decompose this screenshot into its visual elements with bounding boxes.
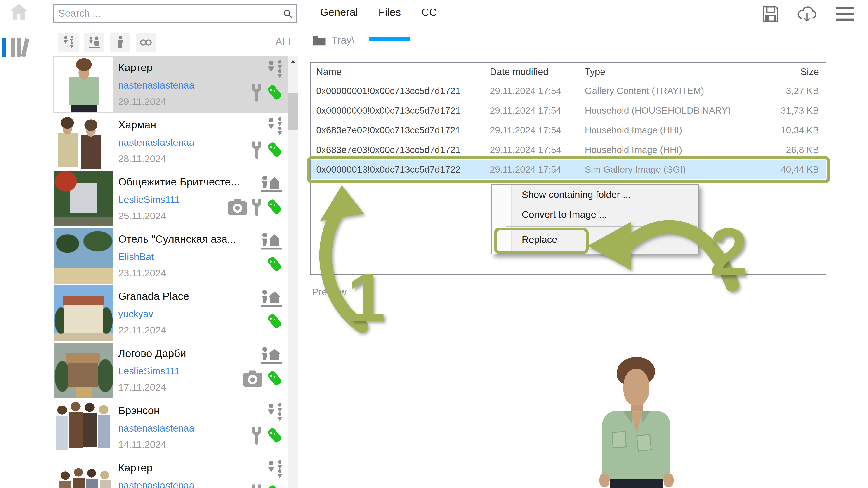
lots-filter-button[interactable] bbox=[84, 33, 104, 52]
item-thumbnail bbox=[55, 285, 113, 341]
menu-item-show-containing-folder[interactable]: Show containing folder ... bbox=[492, 185, 699, 204]
lot-type-icon bbox=[260, 346, 284, 366]
camera-icon bbox=[243, 369, 263, 388]
library-icon bbox=[1, 38, 30, 57]
item-author-link[interactable]: nastenaslastenaa bbox=[118, 80, 194, 91]
item-author-link[interactable]: nastenaslastenaa bbox=[118, 137, 194, 148]
item-author-link[interactable]: ElishBat bbox=[118, 251, 154, 262]
search-icon[interactable] bbox=[283, 8, 293, 19]
menu-button[interactable] bbox=[836, 6, 855, 21]
list-item[interactable]: Картерnastenaslastenaa bbox=[53, 456, 287, 488]
item-title: Логово Дарби bbox=[118, 347, 186, 359]
lot-type-icon bbox=[260, 174, 284, 195]
tag-icon bbox=[266, 198, 284, 217]
item-author-link[interactable]: nastenaslastenaa bbox=[118, 480, 194, 488]
file-date: 29.11.2024 17:54 bbox=[490, 81, 561, 101]
tab-files[interactable]: Files bbox=[368, 0, 411, 42]
hamburger-menu-icon bbox=[836, 6, 855, 21]
item-author-link[interactable]: nastenaslastenaa bbox=[118, 423, 194, 434]
column-header-date-modified[interactable]: Date modified bbox=[490, 63, 548, 81]
list-item[interactable]: Картерnastenaslastenaa29.11.2024 bbox=[53, 56, 287, 113]
table-row[interactable]: 0x683e7e02!0x00c713cc5d7d172129.11.2024 … bbox=[311, 121, 826, 140]
sidebar-scrollbar[interactable] bbox=[287, 56, 298, 488]
download-button[interactable] bbox=[796, 4, 818, 24]
search-input[interactable] bbox=[58, 6, 271, 21]
item-badges bbox=[251, 60, 284, 102]
item-title: Общежитие Бритчесте... bbox=[118, 175, 240, 188]
item-thumbnail bbox=[55, 114, 113, 169]
item-thumbnail bbox=[55, 400, 113, 455]
library-button[interactable] bbox=[1, 38, 30, 57]
list-item[interactable]: Granada Placeyuckyav22.11.2024 bbox=[53, 285, 287, 341]
filter-bar bbox=[58, 33, 156, 53]
column-header-name[interactable]: Name bbox=[316, 63, 342, 81]
preview-sim-image bbox=[579, 357, 696, 488]
list-item[interactable]: Харманnastenaslastenaa28.11.2024 bbox=[53, 113, 287, 170]
column-header-type[interactable]: Type bbox=[585, 63, 605, 81]
sim-filter-button[interactable] bbox=[110, 33, 130, 52]
list-item[interactable]: Логово ДарбиLeslieSims11117.11.2024 bbox=[53, 341, 287, 399]
file-type: Household Image (HHI) bbox=[585, 121, 682, 140]
save-button[interactable] bbox=[761, 5, 780, 23]
breadcrumb[interactable]: Tray\ bbox=[313, 34, 354, 46]
item-date: 23.11.2024 bbox=[118, 267, 166, 279]
item-badges bbox=[251, 460, 284, 488]
item-author-link[interactable]: LeslieSims111 bbox=[118, 365, 180, 377]
tag-icon bbox=[266, 313, 284, 331]
column-header-size[interactable]: Size bbox=[800, 63, 819, 81]
list-item[interactable]: Отель "Суланская аза...ElishBat23.11.202… bbox=[53, 227, 287, 285]
item-author-link[interactable]: LeslieSims111 bbox=[118, 194, 180, 205]
tag-icon bbox=[266, 255, 284, 274]
wrench-icon bbox=[251, 84, 263, 102]
item-badges bbox=[260, 231, 284, 274]
tab-cc[interactable]: CC bbox=[411, 0, 447, 42]
item-thumbnail bbox=[55, 57, 113, 112]
home-button[interactable] bbox=[10, 2, 28, 21]
item-badges bbox=[251, 117, 284, 160]
item-badges bbox=[243, 346, 284, 388]
sim-pants bbox=[610, 479, 663, 488]
camera-icon bbox=[227, 198, 248, 217]
households-filter-button[interactable] bbox=[58, 33, 79, 52]
table-row[interactable]: 0x00000000!0x00c713cc5d7d172129.11.2024 … bbox=[311, 101, 826, 121]
app-window: ALL Картерnastenaslastenaa29.11.2024Харм… bbox=[0, 0, 868, 488]
wrench-icon bbox=[251, 198, 263, 217]
sim-filter-icon bbox=[113, 35, 127, 50]
cc-filter-button[interactable] bbox=[135, 33, 156, 52]
household-type-icon bbox=[266, 403, 284, 423]
household-type-icon bbox=[266, 60, 284, 80]
file-date: 29.11.2024 17:54 bbox=[490, 101, 561, 121]
lots-filter-icon bbox=[87, 35, 101, 50]
list-item[interactable]: Брэнсонnastenaslastenaa14.11.2024 bbox=[53, 399, 287, 456]
scroll-up-button[interactable] bbox=[287, 56, 298, 68]
scrollbar-thumb[interactable] bbox=[287, 93, 298, 130]
item-title: Granada Place bbox=[118, 290, 189, 302]
item-author-link[interactable]: yuckyav bbox=[118, 308, 153, 320]
file-name: 0x00000001!0x00c713cc5d7d1721 bbox=[316, 81, 460, 101]
file-size: 3,27 KB bbox=[786, 81, 819, 101]
item-title: Брэнсон bbox=[118, 404, 160, 417]
households-filter-icon bbox=[61, 35, 75, 50]
item-title: Харман bbox=[118, 119, 156, 131]
file-type: Household (HOUSEHOLDBINARY) bbox=[585, 101, 731, 121]
sidebar-list: Картерnastenaslastenaa29.11.2024Харманna… bbox=[53, 56, 287, 488]
item-title: Отель "Суланская аза... bbox=[118, 233, 236, 245]
item-badges bbox=[260, 289, 284, 331]
save-icon bbox=[761, 5, 780, 23]
cloud-download-icon bbox=[796, 4, 818, 24]
item-thumbnail bbox=[55, 343, 113, 398]
tag-icon bbox=[266, 84, 284, 102]
item-date: 29.11.2024 bbox=[118, 96, 166, 107]
wrench-icon bbox=[251, 484, 263, 488]
file-size: 10,34 KB bbox=[781, 121, 819, 140]
list-item[interactable]: Общежитие Бритчесте...LeslieSims11125.11… bbox=[53, 170, 287, 227]
sim-pocket bbox=[612, 431, 627, 448]
item-badges bbox=[227, 174, 284, 217]
file-type: Gallery Content (TRAYITEM) bbox=[585, 81, 704, 101]
filter-all-label[interactable]: ALL bbox=[275, 36, 294, 48]
wrench-icon bbox=[251, 141, 263, 160]
wrench-icon bbox=[251, 427, 263, 445]
household-type-icon bbox=[266, 117, 284, 137]
table-row[interactable]: 0x00000001!0x00c713cc5d7d172129.11.2024 … bbox=[311, 81, 826, 101]
file-name: 0x683e7e02!0x00c713cc5d7d1721 bbox=[316, 121, 460, 140]
